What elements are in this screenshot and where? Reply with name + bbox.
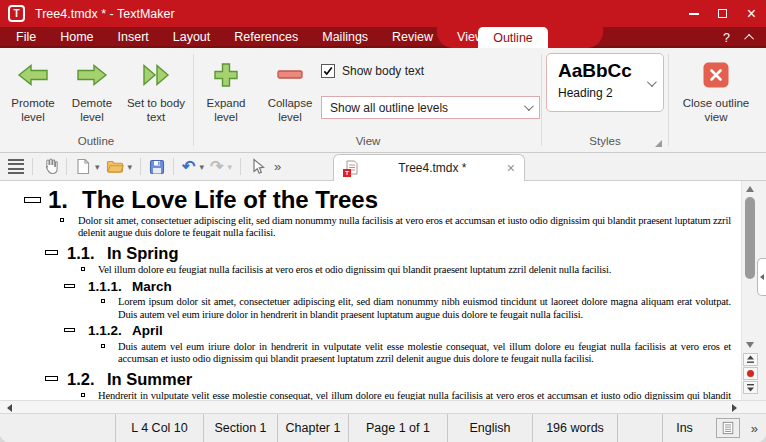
document-tab-close-icon[interactable]: × <box>507 160 515 176</box>
menu-item[interactable]: Home <box>48 27 105 48</box>
set-to-body-text-button[interactable]: Set to body text <box>122 56 190 140</box>
status-field[interactable]: Ins <box>662 414 706 442</box>
styles-dialog-launcher[interactable] <box>655 140 662 147</box>
maximize-button[interactable] <box>708 0 737 27</box>
outline-collapse-marker[interactable] <box>64 284 75 288</box>
show-body-text-row: Show body text <box>321 64 424 78</box>
tab-outline[interactable]: Outline <box>478 27 548 48</box>
outline-text: Duis autem vel eum iriure dolor in hendr… <box>118 341 731 365</box>
chevron-down-icon <box>524 101 534 111</box>
outline-item: Duis autem vel eum iriure dolor in hendr… <box>0 341 731 366</box>
show-body-text-checkbox[interactable] <box>321 64 335 78</box>
toolbar-overflow-icon[interactable]: » <box>274 159 281 174</box>
menu-item[interactable]: File <box>4 27 48 48</box>
title-bar: T Tree4.tmdx * - TextMaker × <box>0 0 766 27</box>
document-icon: T <box>343 160 358 177</box>
textmaker-app-icon: T <box>8 5 25 22</box>
scroll-left-icon[interactable] <box>7 404 12 412</box>
outline-collapse-marker[interactable] <box>101 299 105 303</box>
scroll-up-icon[interactable] <box>746 186 754 192</box>
textmaker-window: T Tree4.tmdx * - TextMaker × FileHomeIns… <box>0 0 766 442</box>
minimize-button[interactable] <box>679 0 708 27</box>
outline-item: Lorem ipsum dolor sit amet, consectetuer… <box>0 296 731 321</box>
undo-icon[interactable]: ↶ <box>182 156 195 178</box>
status-field[interactable]: Page 1 of 1 <box>348 414 447 442</box>
toolbar-separator <box>173 158 174 175</box>
statusbar-overflow-icon[interactable]: » <box>751 421 758 436</box>
outline-collapse-marker[interactable] <box>60 218 64 222</box>
demote-level-button[interactable]: Demote level <box>63 56 121 140</box>
demote-level-icon <box>76 56 108 94</box>
status-field[interactable]: Section 1 <box>203 414 277 442</box>
outline-collapse-marker[interactable] <box>45 250 58 255</box>
help-icon[interactable]: ? <box>723 31 730 45</box>
vertical-scrollbar[interactable] <box>741 181 758 400</box>
outline-number: 1.1. <box>67 244 107 263</box>
save-icon[interactable] <box>149 156 165 178</box>
minimize-icon <box>689 13 699 15</box>
status-field[interactable]: L 4 Col 10 <box>115 414 203 442</box>
view-mode-button[interactable] <box>716 418 740 438</box>
new-document-caret-icon[interactable]: ▾ <box>95 162 100 172</box>
collapse-level-button[interactable]: Collapse level <box>258 56 322 140</box>
menu-item[interactable]: Review <box>380 27 445 48</box>
outline-number: 1. <box>48 187 82 213</box>
plus-icon <box>212 56 240 94</box>
menu-item[interactable]: Insert <box>106 27 161 48</box>
scroll-down-icon[interactable] <box>746 342 754 348</box>
outline-collapse-marker[interactable] <box>81 393 85 397</box>
toolbar-strip: ▾ ▾ ↶ ▾ ↷ ▾ » T Tree4.tmdx <box>0 153 766 181</box>
select-cursor-icon[interactable] <box>249 156 266 178</box>
horizontal-scrollbar[interactable] <box>0 400 766 413</box>
collapse-ribbon-icon[interactable] <box>744 34 754 44</box>
group-separator <box>668 54 669 146</box>
promote-level-button[interactable]: Promote level <box>4 56 62 140</box>
menu-item[interactable]: Mailings <box>310 27 380 48</box>
outline-collapse-marker[interactable] <box>64 328 75 332</box>
expand-level-button[interactable]: Expand level <box>197 56 255 140</box>
outline-collapse-marker[interactable] <box>101 344 105 348</box>
outline-collapse-marker[interactable] <box>24 197 41 203</box>
close-outline-view-button[interactable]: Close outline view <box>672 56 760 140</box>
close-button[interactable]: × <box>737 0 766 27</box>
outline-collapse-marker[interactable] <box>81 267 85 271</box>
outline-levels-value: Show all outline levels <box>330 101 448 115</box>
redo-icon: ↷ <box>210 156 223 178</box>
undo-caret-icon[interactable]: ▾ <box>199 162 204 172</box>
outline-text: In Spring <box>107 244 179 262</box>
browse-object-button[interactable] <box>743 367 758 380</box>
outline-item: 1.1.2.April <box>0 323 731 339</box>
open-file-icon[interactable] <box>106 156 124 178</box>
outline-text: In Summer <box>107 370 192 388</box>
open-file-caret-icon[interactable]: ▾ <box>128 162 133 172</box>
document-tab[interactable]: T Tree4.tmdx * × <box>333 154 525 181</box>
outline-collapse-marker[interactable] <box>45 376 58 381</box>
scrollbar-thumb[interactable] <box>745 197 755 279</box>
browse-object-dot-icon <box>747 370 754 377</box>
promote-level-icon <box>17 56 49 94</box>
touch-mode-icon[interactable] <box>41 156 58 178</box>
status-field[interactable] <box>617 414 662 442</box>
double-arrow-icon <box>141 56 171 94</box>
sidebar-toggle-icon[interactable] <box>8 156 24 178</box>
style-gallery-cell[interactable]: AaBbCc Heading 2 <box>546 53 664 112</box>
sidebar-reveal-handle[interactable] <box>757 258 766 296</box>
status-field[interactable]: Chapter 1 <box>277 414 348 442</box>
close-icon: × <box>747 6 756 22</box>
outline-item: 1.The Love Life of the Trees <box>0 187 731 213</box>
next-object-button[interactable] <box>743 381 758 394</box>
outline-item: Vel illum dolore eu feugiat nulla facili… <box>0 264 731 277</box>
toolbar-separator <box>240 158 241 175</box>
status-field[interactable]: English <box>447 414 532 442</box>
status-field[interactable]: 196 words <box>532 414 617 442</box>
outline-text: April <box>132 323 163 338</box>
show-body-text-label: Show body text <box>342 64 424 78</box>
outline-levels-dropdown[interactable]: Show all outline levels <box>321 96 540 119</box>
menu-item[interactable]: Layout <box>161 27 223 48</box>
menu-item[interactable]: References <box>222 27 310 48</box>
outline-item: 1.1.In Spring <box>0 244 731 263</box>
outline-text: Hendrerit in vulputate velit esse molest… <box>98 390 731 400</box>
scroll-right-icon[interactable] <box>732 404 737 412</box>
new-document-icon[interactable] <box>75 156 91 178</box>
previous-object-button[interactable] <box>743 353 758 366</box>
